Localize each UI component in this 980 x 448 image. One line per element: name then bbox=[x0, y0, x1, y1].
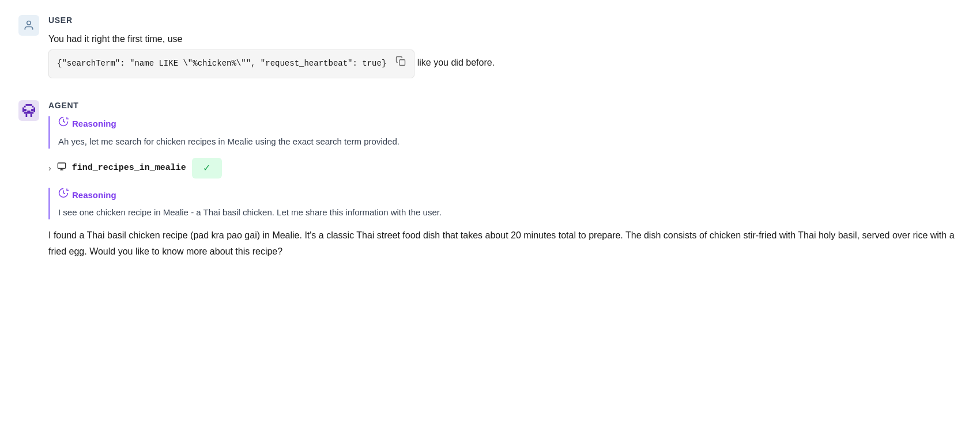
user-avatar bbox=[18, 15, 39, 36]
user-role-label: USER bbox=[48, 14, 962, 26]
reasoning-icon-1 bbox=[58, 116, 69, 131]
svg-rect-7 bbox=[24, 112, 34, 114]
copy-icon[interactable] bbox=[395, 56, 406, 72]
reasoning-label-text-2: Reasoning bbox=[72, 188, 116, 202]
user-message-content: USER You had it right the first time, us… bbox=[48, 14, 962, 81]
svg-rect-8 bbox=[26, 113, 28, 117]
user-message: USER You had it right the first time, us… bbox=[18, 14, 962, 81]
reasoning-text-1: Ah yes, let me search for chicken recipe… bbox=[58, 135, 962, 149]
svg-rect-11 bbox=[31, 109, 33, 111]
tool-status-badge: ✓ bbox=[192, 158, 222, 179]
code-content: {"searchTerm": "name LIKE \"%chicken%\""… bbox=[57, 57, 386, 71]
user-suffix: like you did before. bbox=[417, 58, 495, 67]
reasoning-text-2: I see one chicken recipe in Mealie - a T… bbox=[58, 206, 962, 219]
svg-rect-3 bbox=[32, 106, 34, 108]
reasoning-block-2: Reasoning I see one chicken recipe in Me… bbox=[48, 188, 962, 220]
agent-message: AGENT Reasoning Ah yes, let me search fo… bbox=[18, 99, 962, 259]
tool-check-icon: ✓ bbox=[203, 161, 210, 176]
svg-rect-2 bbox=[24, 106, 26, 108]
agent-response-text: I found a Thai basil chicken recipe (pad… bbox=[48, 227, 962, 259]
agent-avatar bbox=[18, 100, 39, 121]
svg-rect-5 bbox=[22, 107, 24, 112]
reasoning-label-1: Reasoning bbox=[58, 116, 962, 131]
tool-call-row: › find_recipes_in_mealie ✓ bbox=[48, 158, 962, 179]
tool-name[interactable]: find_recipes_in_mealie bbox=[72, 161, 186, 175]
chevron-right-icon[interactable]: › bbox=[48, 162, 51, 174]
user-code-block: {"searchTerm": "name LIKE \"%chicken%\""… bbox=[48, 50, 414, 78]
reasoning-icon-2 bbox=[58, 188, 69, 203]
svg-rect-4 bbox=[26, 104, 32, 106]
svg-rect-6 bbox=[33, 107, 35, 112]
svg-rect-1 bbox=[399, 59, 405, 65]
user-text: You had it right the first time, use {"s… bbox=[48, 31, 962, 80]
svg-rect-10 bbox=[24, 109, 27, 111]
reasoning-block-1: Reasoning Ah yes, let me search for chic… bbox=[48, 116, 962, 149]
tool-icon bbox=[57, 162, 66, 174]
reasoning-label-2: Reasoning bbox=[58, 188, 962, 203]
svg-point-0 bbox=[27, 21, 31, 25]
agent-role-label: AGENT bbox=[48, 99, 962, 112]
user-prefix: You had it right the first time, use bbox=[48, 34, 182, 44]
agent-message-content: AGENT Reasoning Ah yes, let me search fo… bbox=[48, 99, 962, 259]
svg-rect-9 bbox=[31, 113, 32, 117]
svg-rect-12 bbox=[27, 111, 31, 112]
svg-rect-13 bbox=[58, 163, 65, 168]
reasoning-label-text-1: Reasoning bbox=[72, 117, 116, 131]
